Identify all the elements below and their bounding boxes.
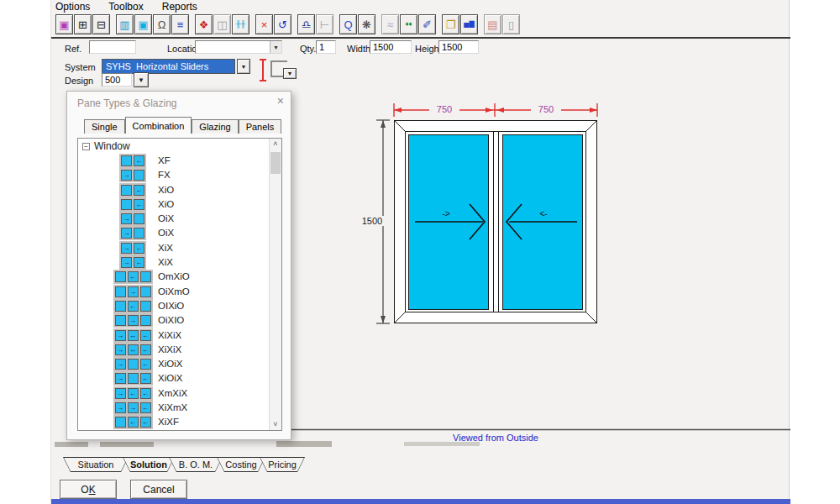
list-item[interactable]: →OiXmO (78, 285, 269, 299)
tab-glazing[interactable]: Glazing (192, 119, 238, 134)
tab-panels[interactable]: Panels (239, 119, 282, 134)
list-item[interactable]: ←←XiXF (78, 415, 269, 429)
pane-square-fixed (140, 301, 151, 312)
app-window: OptionsToolboxReports ▣⊞⊟▥▣Ω≡❖◫╫╫×↺♎⊢Q❋≈… (50, 0, 790, 504)
pane-square-slider: ↔ (128, 330, 139, 341)
pane-square-slider: ← (134, 199, 144, 210)
pane-square-fixed (128, 359, 139, 370)
pane-square-fixed (134, 170, 144, 181)
ok-button[interactable]: OK (60, 480, 117, 499)
list-item[interactable]: →←XiOiX (78, 357, 269, 371)
pane-square-slider: ← (140, 344, 151, 355)
list-item-label: XiXiX (158, 344, 181, 354)
list-item[interactable]: →↔←XiXiX (78, 343, 269, 357)
dialog-title: Pane Types & Glazing (77, 97, 177, 109)
pane-square-slider: ← (128, 388, 139, 399)
close-icon[interactable]: × (277, 95, 284, 107)
tab-bom[interactable]: B. O. M. (169, 457, 223, 472)
list-item-label: XiO (158, 199, 174, 209)
pane-square-fixed (134, 213, 144, 224)
dim-750-left: 750 (429, 104, 459, 114)
scrollbar-thumb[interactable] (270, 152, 281, 174)
scrollbar[interactable]: ˄ ˅ (269, 139, 281, 430)
pane-config-icon: →← (109, 357, 156, 371)
pane-square-slider: → (115, 373, 126, 384)
ok-label: O (81, 484, 88, 496)
list-item-label: XiX (158, 243, 173, 253)
cancel-button[interactable]: Cancel (130, 480, 187, 499)
list-item[interactable]: →FX (78, 168, 269, 182)
tab-combination[interactable]: Combination (125, 117, 192, 134)
pane-list-content: − Window ←XF→FX←XiO←XiO→OiX→OiX→←XiX→←Xi… (78, 139, 269, 430)
list-item[interactable]: ←XF (78, 154, 269, 168)
list-item[interactable]: →OiXIO (78, 313, 269, 328)
list-item-label: XiO (158, 185, 174, 195)
tab-single[interactable]: Single (84, 119, 125, 134)
list-item-label: OiXIO (158, 315, 184, 325)
list-item-label: XiOiX (158, 373, 182, 383)
list-item[interactable]: →OiX (78, 212, 269, 226)
pane-config-icon: →↔← (109, 328, 156, 343)
screen: OptionsToolboxReports ▣⊞⊟▥▣Ω≡❖◫╫╫×↺♎⊢Q❋≈… (0, 0, 840, 504)
list-item[interactable]: →↔←XiXiX (78, 328, 269, 343)
bottom-accent-strip (51, 499, 790, 504)
pane-square-slider: → (128, 286, 139, 297)
pane-config-icon: → (109, 168, 156, 182)
scroll-down-icon[interactable]: ˅ (270, 419, 281, 430)
pane-square-slider: ← (140, 417, 151, 428)
pane-types-glazing-dialog: Pane Types & Glazing × SingleCombination… (66, 91, 291, 440)
tree-node-window[interactable]: − Window (78, 139, 269, 154)
pane-square-fixed (115, 301, 126, 312)
pane-square-slider: ← (128, 301, 139, 312)
list-item[interactable]: →←XiX (78, 255, 269, 270)
bottom-tab-face: Pricing (260, 458, 304, 471)
pane-square-fixed (115, 286, 126, 297)
pane-square-slider: → (115, 344, 126, 355)
pane-config-icon: ← (109, 197, 156, 212)
pane-square-slider: ← (134, 185, 144, 196)
pane-config-icon: →←← (109, 386, 156, 401)
tab-costing[interactable]: Costing (217, 457, 265, 472)
bottom-tab-label: Pricing (268, 459, 297, 470)
list-item[interactable]: ←OIXiO (78, 299, 269, 313)
pane-square-slider: → (115, 330, 126, 341)
pane-square-fixed (140, 286, 151, 297)
pane-square-slider: → (128, 402, 139, 413)
top-dimension-line (394, 103, 597, 117)
list-item[interactable]: ←XiO (78, 183, 269, 197)
tab-pricing[interactable]: Pricing (260, 457, 305, 472)
list-item[interactable]: →←XiOiX (78, 371, 269, 386)
collapse-icon[interactable]: − (82, 143, 90, 150)
list-item-label: OiX (158, 213, 174, 223)
list-item[interactable]: ←OmXiO (78, 270, 269, 284)
pane-square-slider: → (115, 388, 126, 399)
list-item[interactable]: →←←XmXiX (78, 386, 269, 401)
pane-square-slider: ← (128, 271, 139, 282)
tab-situation[interactable]: Situation (63, 457, 129, 472)
list-item[interactable]: →→←XiXmX (78, 401, 269, 415)
pane-config-icon: ←← (109, 415, 156, 429)
dim-750-right: 750 (531, 104, 561, 114)
list-item-label: XmXiX (158, 388, 187, 398)
scroll-up-icon[interactable]: ˄ (270, 139, 281, 150)
pane-square-fixed (140, 315, 151, 326)
pane-square-slider: ← (134, 155, 144, 166)
pane-square-slider: → (128, 315, 139, 326)
left-pane-arrow-label: -> (436, 209, 456, 218)
tree-root-label: Window (94, 140, 130, 152)
list-item-label: XiOiX (158, 359, 182, 369)
pane-config-icon: ← (109, 299, 156, 313)
pane-square-slider: → (121, 243, 132, 254)
pane-square-slider: ← (140, 388, 151, 399)
bottom-tab-face: Solution (123, 458, 174, 471)
list-item[interactable]: →OiX (78, 226, 269, 240)
pane-config-icon: →← (109, 255, 156, 270)
bottom-tab-label: B. O. M. (179, 459, 213, 470)
list-item[interactable]: ←XiO (78, 197, 269, 212)
list-item-label: OIXiO (158, 301, 184, 311)
pane-type-list: − Window ←XF→FX←XiO←XiO→OiX→OiX→←XiX→←Xi… (77, 138, 282, 431)
pane-square-fixed (140, 271, 151, 282)
list-item[interactable]: →←XiX (78, 241, 269, 255)
tab-solution[interactable]: Solution (123, 457, 175, 472)
pane-square-slider: → (115, 359, 126, 370)
